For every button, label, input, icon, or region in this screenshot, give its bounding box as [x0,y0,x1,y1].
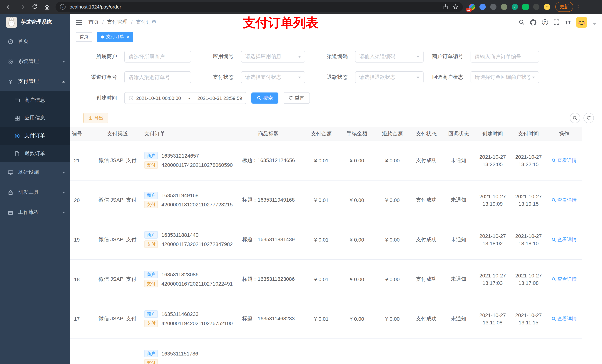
channel-order-no-input[interactable] [129,74,187,80]
user-avatar[interactable] [576,17,587,28]
merchant-order-no: 1635311823086 [161,271,198,277]
sidebar-item-refund-order[interactable]: 退款订单 [0,145,70,162]
font-size-icon[interactable]: TT [565,19,570,25]
profile-avatar-icon[interactable] [544,4,550,10]
cell-amount: ¥ 0.01 [304,141,339,180]
orders-table: 编号 支付渠道 支付订单 商品标题 支付金额 手续金额 退款金额 支付状态 回调… [70,127,582,364]
tab-home[interactable]: 首页 [76,32,92,42]
refresh-table-button[interactable] [583,113,594,123]
url-bar[interactable]: i localhost:1024/pay/order [55,2,463,12]
merchant-input[interactable] [129,54,187,60]
search-button[interactable]: 搜索 [251,93,279,104]
chevron-down-icon [62,211,65,213]
reset-button[interactable]: 重置 [283,93,310,104]
filter-merchant: 所属商户 [70,51,191,62]
export-button[interactable]: 导出 [83,113,108,123]
cell-pay-time: 2021-10-2713:22:15 [511,141,547,180]
forward-icon[interactable] [17,2,27,12]
table-row: 21微信 JSAPI 支付商户1635312124657支付4200001174… [70,141,582,180]
sidebar-item-infra[interactable]: 基础设施 [0,162,70,182]
merchant-order-no: 1635311881440 [161,232,198,238]
cell-refund: ¥ 0.00 [375,141,410,180]
tab-pay-order[interactable]: 支付订单 × [97,32,133,42]
merchant-tag: 商户 [144,231,158,239]
back-icon[interactable] [4,2,14,12]
caret-down-icon[interactable] [593,23,596,25]
sidebar-logo: 芋道管理系统 [0,14,70,31]
extension-icon[interactable] [522,4,529,10]
github-icon[interactable] [530,19,536,25]
payment-submenu: 商户信息 应用信息 支付订单 [0,91,70,162]
sidebar-menu: 首页 系统管理 ¥ 支付管理 商户信息 [0,31,70,222]
filter-merchant-order-no: 商户订单编号 [424,51,539,62]
view-detail-link[interactable]: 查看详情 [551,276,577,282]
cell-channel: 微信 JSAPI 支付 [94,180,141,220]
merchant-order-no-input[interactable] [475,54,535,60]
breadcrumb-item[interactable]: 首页 [88,19,99,26]
extension-icon[interactable] [479,4,486,10]
sidebar-item-app-info[interactable]: 应用信息 [0,109,70,127]
table-row: 19微信 JSAPI 支付商户1635311881440支付4200001173… [70,220,582,259]
table-row: 20微信 JSAPI 支付商户1635311949168支付4200001181… [70,180,582,220]
col-title: 商品标题 [233,127,304,141]
cell-notify: 未通知 [442,180,475,220]
browser-update-button[interactable]: 更新 [555,2,573,12]
sidebar-item-merchant-info[interactable]: 商户信息 [0,91,70,109]
view-detail-link[interactable]: 查看详情 [551,236,577,243]
channel-code-select[interactable]: 请输入渠道编码 [355,51,424,62]
cell-create-time: 2021-10-2713:18:02 [475,220,511,259]
cell-pay-order: 商户1635312124657支付42000011742021102780605… [141,141,233,180]
pay-order-no: 4200001173202110272847982104 [161,241,233,247]
extension-badge: 10 [466,8,472,12]
share-icon[interactable] [443,4,448,10]
notify-status-select[interactable]: 请选择订单回调商户状态 [471,71,539,83]
cell-id: 17 [70,299,94,338]
browser-menu-icon[interactable]: ⋮ [575,3,581,10]
app-select[interactable]: 请选择应用信息 [241,51,305,62]
view-detail-link[interactable]: 查看详情 [551,315,577,322]
close-tab-icon[interactable]: × [127,34,129,39]
extension-icon[interactable] [490,4,496,10]
hamburger-icon[interactable] [76,20,83,25]
site-info-icon[interactable]: i [60,4,65,10]
cell-amount: ¥ 0.01 [304,180,339,220]
cell-refund: ¥ 0.00 [375,220,410,259]
date-range-picker[interactable]: 2021-10-01 00:00:00 - 2021-10-31 23:59:5… [124,92,246,104]
extension-icon[interactable] [501,4,507,10]
cell-refund [375,338,410,364]
bookmark-star-icon[interactable] [453,4,458,10]
extension-icon[interactable]: 10 [469,4,475,10]
extension-icon[interactable]: ✓ [512,4,518,10]
sidebar-item-workflow[interactable]: 工作流程 [0,202,70,222]
cell-title: 标题：1635311881439 [233,220,304,259]
breadcrumb-item[interactable]: 支付管理 [107,19,128,26]
home-icon[interactable] [42,2,52,12]
cell-fee: ¥ 0.00 [339,299,375,338]
url-text[interactable]: localhost:1024/pay/order [68,4,440,10]
cell-id [70,338,94,364]
fullscreen-icon[interactable] [553,19,559,25]
view-detail-link[interactable]: 查看详情 [551,197,577,203]
help-icon[interactable]: ? [542,19,548,25]
view-detail-link[interactable]: 查看详情 [551,157,577,164]
page-content: 所属商户 应用编号 请选择应用信息 渠道编码 请输入渠道编码 商户订单编号 [70,43,602,364]
extension-icon[interactable] [533,4,539,10]
sidebar-item-devtools[interactable]: 研发工具 [0,182,70,202]
col-channel: 支付渠道 [94,127,141,141]
refresh-icon[interactable] [30,2,39,12]
cell-pay-time [511,338,547,364]
sidebar-item-payment[interactable]: ¥ 支付管理 [0,71,70,91]
col-pay-time: 支付时间 [511,127,547,141]
sidebar-item-pay-order[interactable]: 支付订单 [0,127,70,145]
table-row: 18微信 JSAPI 支付商户1635311823086支付4200001167… [70,259,582,299]
sidebar-item-system[interactable]: 系统管理 [0,52,70,71]
chevron-down-icon [417,56,419,58]
search-icon[interactable] [518,19,525,25]
pay-status-select[interactable]: 请选择支付状态 [241,71,305,83]
chevron-down-icon [62,171,65,173]
toggle-search-button[interactable] [570,113,580,123]
cell-pay-order: 商户1635311881440支付42000011732021102728479… [141,220,233,259]
sidebar-item-home[interactable]: 首页 [0,31,70,52]
refund-status-select[interactable]: 请选择退款状态 [355,71,424,83]
sidebar: 芋道管理系统 首页 系统管理 ¥ 支付管理 [0,14,70,364]
